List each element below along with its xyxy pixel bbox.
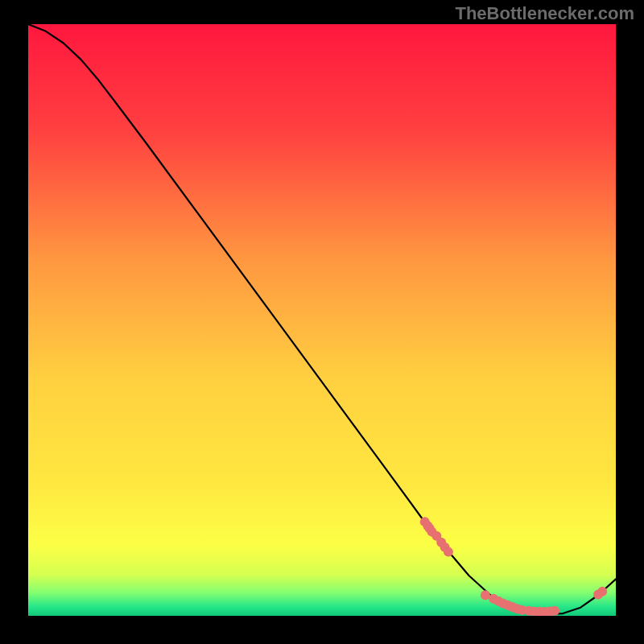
chart-container: TheBottlenecker.com bbox=[0, 0, 644, 644]
gradient-background bbox=[28, 24, 616, 616]
chart-svg bbox=[28, 24, 616, 616]
plot-frame bbox=[28, 24, 616, 616]
watermark-text: TheBottlenecker.com bbox=[455, 3, 634, 24]
data-point bbox=[481, 590, 490, 600]
data-point bbox=[597, 587, 607, 597]
data-point bbox=[444, 547, 453, 557]
data-point bbox=[550, 606, 559, 616]
